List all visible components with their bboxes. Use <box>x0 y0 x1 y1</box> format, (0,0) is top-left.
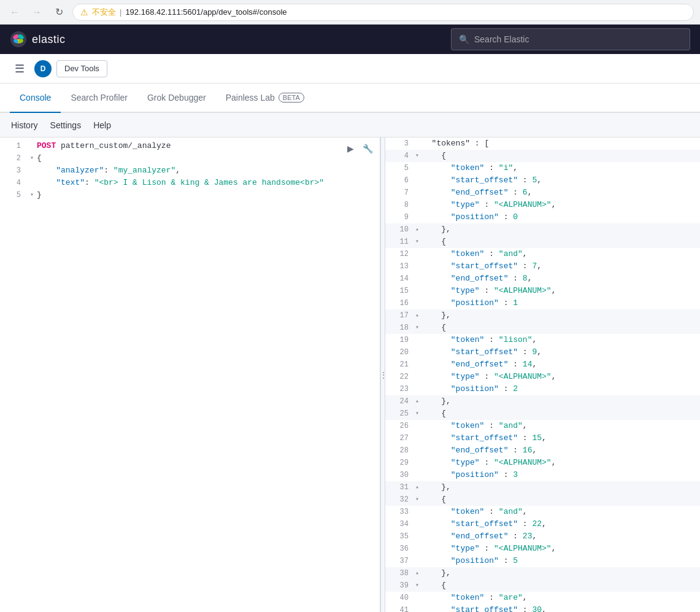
out-num-23: 23 <box>385 383 412 395</box>
address-bar[interactable]: ⚠ 不安全 | 192.168.42.111:5601/app/dev_tool… <box>72 4 694 21</box>
out-num-4: 4 <box>385 150 412 162</box>
out-fold-32[interactable]: ▾ <box>412 494 422 506</box>
out-num-28: 28 <box>385 444 412 457</box>
out-fold-4[interactable]: ▾ <box>412 150 422 162</box>
back-button[interactable]: ← <box>6 4 23 21</box>
out-num-13: 13 <box>385 260 412 273</box>
output-line-21: 21 "end_offset" : 14, <box>385 358 700 371</box>
out-content-20: "start_offset" : 9, <box>422 346 700 358</box>
output-line-23: 23 "position" : 2 <box>385 383 700 395</box>
out-fold-18[interactable]: ▾ <box>412 322 422 334</box>
out-fold-17[interactable]: ▴ <box>412 309 422 322</box>
out-fold-38[interactable]: ▴ <box>412 567 422 579</box>
out-content-25: { <box>422 408 700 420</box>
out-content-34: "start_offset" : 22, <box>422 518 700 530</box>
panel-divider[interactable]: ⋮ <box>380 138 385 612</box>
out-num-27: 27 <box>385 432 412 444</box>
output-line-7: 7 "end_offset" : 6, <box>385 187 700 199</box>
out-num-17: 17 <box>385 309 412 322</box>
out-content-36: "type" : "<ALPHANUM>", <box>422 543 700 555</box>
output-line-6: 6 "start_offset" : 5, <box>385 174 700 187</box>
reload-button[interactable]: ↻ <box>50 4 67 21</box>
out-content-41: "start_offset" : 30, <box>422 604 700 612</box>
output-line-32: 32 ▾ { <box>385 494 700 506</box>
beta-badge: BETA <box>279 93 304 103</box>
out-content-17: }, <box>422 309 700 322</box>
out-content-6: "start_offset" : 5, <box>422 174 700 187</box>
output-line-19: 19 "token" : "lison", <box>385 334 700 346</box>
tab-grok-debugger-label: Grok Debugger <box>147 93 206 103</box>
tab-search-profiler[interactable]: Search Profiler <box>61 83 137 113</box>
out-content-7: "end_offset" : 6, <box>422 187 700 199</box>
dev-tools-button[interactable]: Dev Tools <box>56 60 107 77</box>
out-fold-10[interactable]: ▴ <box>412 223 422 236</box>
help-button[interactable]: Help <box>92 118 112 133</box>
out-content-23: "position" : 2 <box>422 383 700 395</box>
line-num-2: 2 <box>0 152 27 165</box>
out-fold-24[interactable]: ▴ <box>412 395 422 408</box>
tab-console[interactable]: Console <box>10 83 61 113</box>
output-line-38: 38 ▴ }, <box>385 567 700 579</box>
line-fold-5[interactable]: ▾ <box>27 189 37 201</box>
out-num-39: 39 <box>385 579 412 592</box>
url-text: 192.168.42.111:5601/app/dev_tools#/conso… <box>125 7 287 17</box>
output-line-37: 37 "position" : 5 <box>385 555 700 567</box>
editor-panel: 1 POST pattern_custom/_analyze 2 ▾ { 3 "… <box>0 138 380 612</box>
tab-painless-lab[interactable]: Painless Lab BETA <box>216 83 314 113</box>
elastic-logo-icon <box>10 31 27 48</box>
tab-grok-debugger[interactable]: Grok Debugger <box>137 83 216 113</box>
output-line-22: 22 "type" : "<ALPHANUM>", <box>385 371 700 383</box>
out-num-35: 35 <box>385 530 412 543</box>
search-bar[interactable]: 🔍 Search Elastic <box>451 28 690 50</box>
line-content-2: { <box>37 152 380 165</box>
line-num-1: 1 <box>0 140 27 152</box>
out-num-15: 15 <box>385 285 412 297</box>
output-line-14: 14 "end_offset" : 8, <box>385 273 700 285</box>
out-num-24: 24 <box>385 395 412 408</box>
wrench-button[interactable]: 🔧 <box>360 141 375 156</box>
output-line-8: 8 "type" : "<ALPHANUM>", <box>385 199 700 211</box>
line-num-3: 3 <box>0 165 27 177</box>
output-line-11: 11 ▾ { <box>385 236 700 248</box>
output-line-41: 41 "start_offset" : 30, <box>385 604 700 612</box>
line-fold-2[interactable]: ▾ <box>27 152 37 165</box>
output-panel[interactable]: 3 "tokens" : [ 4 ▾ { 5 "token" : "i", 6 … <box>385 138 700 612</box>
editor-content[interactable]: 1 POST pattern_custom/_analyze 2 ▾ { 3 "… <box>0 138 380 612</box>
output-line-18: 18 ▾ { <box>385 322 700 334</box>
output-line-17: 17 ▴ }, <box>385 309 700 322</box>
out-num-37: 37 <box>385 555 412 567</box>
url-separator: | <box>120 7 121 17</box>
out-content-27: "start_offset" : 15, <box>422 432 700 444</box>
out-num-20: 20 <box>385 346 412 358</box>
out-num-11: 11 <box>385 236 412 248</box>
out-fold-11[interactable]: ▾ <box>412 236 422 248</box>
forward-button[interactable]: → <box>28 4 45 21</box>
out-content-3: "tokens" : [ <box>422 138 700 150</box>
out-num-34: 34 <box>385 518 412 530</box>
hamburger-button[interactable]: ☰ <box>10 59 29 79</box>
output-line-36: 36 "type" : "<ALPHANUM>", <box>385 543 700 555</box>
out-fold-39[interactable]: ▾ <box>412 579 422 592</box>
out-fold-25[interactable]: ▾ <box>412 408 422 420</box>
line-content-1: POST pattern_custom/_analyze <box>37 140 380 152</box>
out-content-30: "position" : 3 <box>422 469 700 481</box>
output-line-16: 16 "position" : 1 <box>385 297 700 309</box>
out-num-10: 10 <box>385 223 412 236</box>
out-content-8: "type" : "<ALPHANUM>", <box>422 199 700 211</box>
out-num-29: 29 <box>385 457 412 469</box>
settings-button[interactable]: Settings <box>49 118 83 133</box>
out-content-11: { <box>422 236 700 248</box>
out-fold-31[interactable]: ▴ <box>412 481 422 494</box>
out-content-24: }, <box>422 395 700 408</box>
out-content-38: }, <box>422 567 700 579</box>
editor-actions: ▶ 🔧 <box>343 141 375 156</box>
history-button[interactable]: History <box>10 118 39 133</box>
out-num-14: 14 <box>385 273 412 285</box>
out-num-40: 40 <box>385 592 412 604</box>
output-line-27: 27 "start_offset" : 15, <box>385 432 700 444</box>
output-line-10: 10 ▴ }, <box>385 223 700 236</box>
out-content-40: "token" : "are", <box>422 592 700 604</box>
run-button[interactable]: ▶ <box>343 141 358 156</box>
editor-line-5: 5 ▾ } <box>0 189 380 201</box>
out-content-31: }, <box>422 481 700 494</box>
